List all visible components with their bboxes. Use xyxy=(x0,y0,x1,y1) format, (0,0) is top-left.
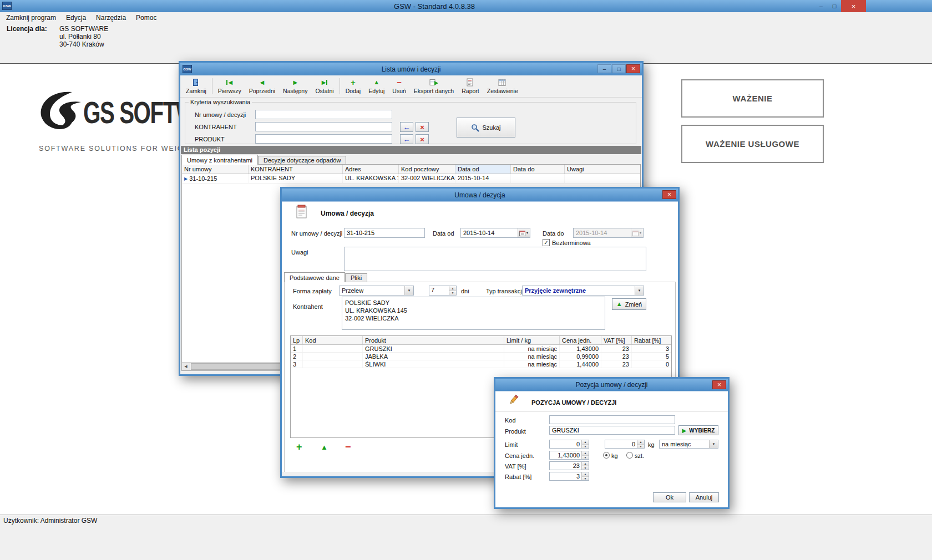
poprzedni-button[interactable]: ◀ Poprzedni xyxy=(245,76,279,96)
rabat-spinner[interactable]: 3 ▲ ▼ xyxy=(549,472,589,481)
tab-pliki[interactable]: Pliki xyxy=(345,273,367,282)
typ-transakcji-select[interactable]: Przyjęcie zewnętrzne ▼ xyxy=(522,286,644,296)
spinner-buttons[interactable]: ▲ ▼ xyxy=(637,440,644,448)
col-kod-pocztowy[interactable]: Kod pocztowy xyxy=(399,165,455,174)
wybierz-button[interactable]: ▶ WYBIERZ xyxy=(678,425,718,435)
main-titlebar[interactable]: GSW GSW - Standard 4.0.8.38 – □ × xyxy=(0,0,932,12)
minimize-button[interactable]: – xyxy=(597,64,611,73)
add-row-button[interactable]: + xyxy=(296,442,302,452)
menu-item-pomoc[interactable]: Pomoc xyxy=(131,13,161,23)
wazenie-button[interactable]: WAŻENIE xyxy=(681,79,824,118)
col-limit[interactable]: Limit / kg xyxy=(504,336,560,344)
tab-decyzje-odpady[interactable]: Decyzje dotyczące odpadów xyxy=(258,156,346,165)
delete-row-button[interactable]: − xyxy=(345,442,351,452)
bezterminowa-checkbox[interactable]: ✓ xyxy=(543,239,550,246)
lista-titlebar[interactable]: GSW Lista umów i decyzji – □ × xyxy=(180,63,642,75)
grid-row[interactable]: 2 JABŁKA na miesiąc 0,99000 23 5 xyxy=(291,353,671,360)
spinner-buttons[interactable]: ▲ ▼ xyxy=(449,286,456,295)
col-produkt[interactable]: Produkt xyxy=(363,336,504,344)
dodaj-button[interactable]: + Dodaj xyxy=(342,76,364,96)
zestawienie-button[interactable]: Zestawienie xyxy=(483,76,522,96)
grid-row[interactable]: ▶31-10-215 POLSKIE SADY UL. KRAKOWSKA 14… xyxy=(182,174,640,184)
edytuj-button[interactable]: ▲ Edytuj xyxy=(364,76,388,96)
grid-row[interactable]: 1 GRUSZKI na miesiąc 1,43000 23 3 xyxy=(291,345,671,353)
scrollbar-thumb[interactable] xyxy=(191,363,284,370)
spin-up-icon[interactable]: ▲ xyxy=(449,286,456,291)
menu-item-edycja[interactable]: Edycja xyxy=(61,13,91,23)
radio-szt[interactable] xyxy=(626,452,633,459)
minimize-button[interactable]: – xyxy=(814,0,828,12)
col-rabat[interactable]: Rabat [%] xyxy=(632,336,671,344)
spinner-buttons[interactable]: ▲ ▼ xyxy=(581,462,589,470)
menu-item-zamknij-program[interactable]: Zamknij program xyxy=(1,13,61,23)
kontrahent-clear-button[interactable]: × xyxy=(416,122,429,132)
edit-row-button[interactable]: ▲ xyxy=(321,444,328,451)
spin-down-icon[interactable]: ▼ xyxy=(582,456,589,460)
raport-button[interactable]: Raport xyxy=(458,76,483,96)
tab-umowy-z-kontrahentami[interactable]: Umowy z kontrahentami xyxy=(181,155,258,165)
spin-up-icon[interactable]: ▲ xyxy=(582,472,589,477)
col-nr-umowy[interactable]: Nr umowy xyxy=(182,165,249,174)
wazenie-uslugowe-button[interactable]: WAŻENIE USŁUGOWE xyxy=(681,125,824,163)
nr-umowy-input[interactable] xyxy=(344,228,425,238)
uwagi-textarea[interactable] xyxy=(344,247,646,271)
close-button[interactable]: × xyxy=(712,380,726,389)
okres-select[interactable]: na miesiąc ▼ xyxy=(659,440,718,449)
spin-up-icon[interactable]: ▲ xyxy=(637,440,644,445)
spinner-buttons[interactable]: ▲ ▼ xyxy=(581,451,589,459)
produkt-input[interactable] xyxy=(255,134,392,144)
col-vat[interactable]: VAT [%] xyxy=(601,336,632,344)
col-kod[interactable]: Kod xyxy=(303,336,363,344)
limit-spinner-2[interactable]: 0 ▲ ▼ xyxy=(605,440,645,449)
ok-button[interactable]: Ok xyxy=(653,492,686,502)
zamknij-button[interactable]: Zamknij xyxy=(182,76,210,96)
scroll-left-button[interactable]: ◀ xyxy=(182,363,190,370)
maximize-button[interactable]: □ xyxy=(828,0,841,12)
zmien-button[interactable]: ▲ Zmień xyxy=(612,298,646,310)
close-button[interactable]: × xyxy=(841,0,866,12)
dropdown-button[interactable]: ▼ xyxy=(709,440,718,448)
vat-spinner[interactable]: 23 ▲ ▼ xyxy=(549,461,589,470)
close-button[interactable]: × xyxy=(626,64,640,73)
dropdown-button[interactable]: ▼ xyxy=(635,286,644,295)
umowa-titlebar[interactable]: Umowa / dezycja × xyxy=(282,189,678,201)
limit-spinner-1[interactable]: 0 ▲ ▼ xyxy=(549,440,589,449)
usun-button[interactable]: − Usuń xyxy=(388,76,410,96)
produkt-pick-button[interactable]: ← xyxy=(400,134,413,144)
col-lp[interactable]: Lp xyxy=(291,336,303,344)
produkt-clear-button[interactable]: × xyxy=(416,134,429,144)
spin-up-icon[interactable]: ▲ xyxy=(582,440,589,445)
kod-input[interactable] xyxy=(549,415,675,424)
pierwszy-button[interactable]: ◀ Pierwszy xyxy=(214,76,245,96)
spin-up-icon[interactable]: ▲ xyxy=(582,451,589,456)
col-kontrahent[interactable]: KONTRAHENT xyxy=(249,165,343,174)
tab-podstawowe-dane[interactable]: Podstawowe dane xyxy=(284,272,345,282)
szukaj-button[interactable]: Szukaj xyxy=(457,118,515,138)
cena-spinner[interactable]: 1,43000 ▲ ▼ xyxy=(549,451,589,460)
spin-down-icon[interactable]: ▼ xyxy=(449,291,456,296)
col-adres[interactable]: Adres xyxy=(343,165,399,174)
spin-up-icon[interactable]: ▲ xyxy=(582,462,589,466)
data-od-datepicker[interactable]: 2015-10-14 ▼ xyxy=(460,228,530,238)
spinner-buttons[interactable]: ▲ ▼ xyxy=(581,440,589,448)
ostatni-button[interactable]: ▶ Ostatni xyxy=(311,76,337,96)
anuluj-button[interactable]: Anuluj xyxy=(689,492,719,502)
spin-down-icon[interactable]: ▼ xyxy=(637,445,644,449)
calendar-dropdown-button[interactable]: ▼ xyxy=(518,228,530,237)
forma-zaplaty-select[interactable]: Przelew ▼ xyxy=(339,286,414,296)
grid-row[interactable]: 3 ŚLIWKI na miesiąc 1,44000 23 0 xyxy=(291,360,671,368)
col-uwagi[interactable]: Uwagi xyxy=(565,165,640,174)
col-data-od[interactable]: Data od xyxy=(455,165,511,174)
kontrahent-pick-button[interactable]: ← xyxy=(400,122,413,132)
eksport-danych-button[interactable]: Eksport danych xyxy=(410,76,458,96)
kontrahent-input[interactable] xyxy=(255,122,392,131)
produkt-input[interactable] xyxy=(549,426,675,435)
col-data-do[interactable]: Data do xyxy=(511,165,565,174)
spin-down-icon[interactable]: ▼ xyxy=(582,445,589,449)
col-cena[interactable]: Cena jedn. xyxy=(560,336,601,344)
dni-spinner[interactable]: 7 ▲ ▼ xyxy=(429,286,457,296)
close-button[interactable]: × xyxy=(662,190,676,199)
spinner-buttons[interactable]: ▲ ▼ xyxy=(581,472,589,480)
nr-umowy-input[interactable] xyxy=(255,110,392,119)
dropdown-button[interactable]: ▼ xyxy=(404,286,413,295)
